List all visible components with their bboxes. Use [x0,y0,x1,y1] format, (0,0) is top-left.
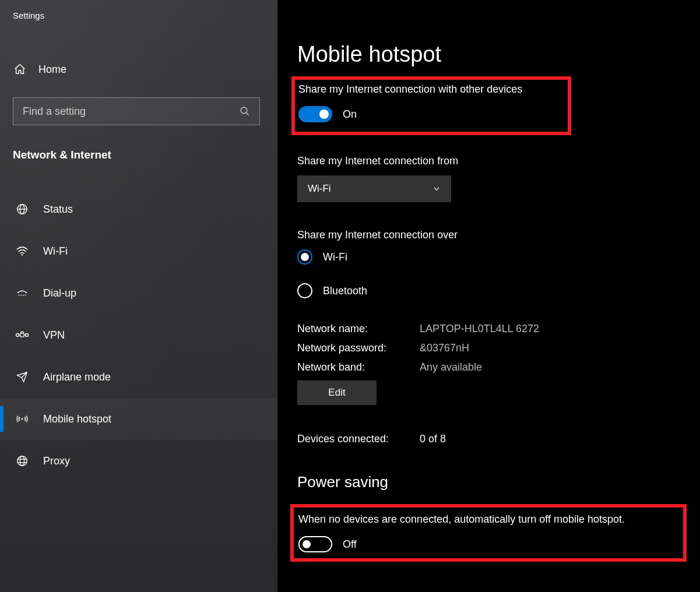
sidebar-item-dialup[interactable]: Dial-up [0,272,277,314]
radio-input[interactable] [297,283,312,298]
network-name-value: LAPTOP-HL0TL4LL 6272 [420,323,700,335]
airplane-icon [15,371,29,383]
radio-option-bluetooth[interactable]: Bluetooth [297,283,700,298]
power-saving-heading: Power saving [297,473,700,491]
svg-point-17 [20,456,24,466]
svg-point-6 [19,295,20,296]
svg-point-15 [22,418,23,420]
power-saving-label: When no devices are connected, automatic… [298,513,676,526]
sidebar-home[interactable]: Home [0,53,277,86]
share-from-dropdown[interactable]: Wi-Fi [297,175,451,202]
page-title: Mobile hotspot [297,42,700,67]
search-input[interactable]: Find a setting [13,97,260,125]
sidebar-home-label: Home [38,64,66,76]
sidebar-item-label: Status [43,203,73,216]
svg-line-1 [246,112,249,115]
annotation-highlight-share: Share my Internet connection with other … [291,76,571,135]
proxy-icon [15,454,29,467]
search-placeholder: Find a setting [23,105,86,118]
sidebar-item-vpn[interactable]: VPN [0,314,277,356]
sidebar-item-label: Dial-up [43,287,76,299]
devices-connected-value: 0 of 8 [420,433,700,445]
svg-point-0 [241,107,247,114]
network-password-value: &03767nH [420,342,700,354]
svg-rect-12 [20,333,24,337]
edit-button[interactable]: Edit [297,380,377,405]
svg-point-11 [26,334,29,337]
sidebar-item-label: Mobile hotspot [43,413,111,425]
power-saving-toggle-state: Off [343,538,357,551]
main-content: Mobile hotspot Share my Internet connect… [277,0,700,592]
share-toggle[interactable] [298,106,332,122]
share-toggle-state: On [343,108,357,121]
network-band-label: Network band: [297,361,420,373]
svg-point-16 [17,456,27,466]
wifi-icon [15,245,29,257]
radio-input[interactable] [297,249,312,265]
power-saving-toggle[interactable] [298,536,332,552]
globe-icon [15,203,29,216]
svg-point-9 [25,295,26,296]
network-name-label: Network name: [297,323,420,335]
annotation-highlight-power-saving: When no devices are connected, automatic… [290,504,687,562]
sidebar-item-label: Proxy [43,455,70,467]
toggle-knob [302,540,311,548]
hotspot-icon [15,413,29,425]
network-info-grid: Network name: LAPTOP-HL0TL4LL 6272 Netwo… [297,323,700,373]
vpn-icon [15,330,29,340]
sidebar-item-label: Airplane mode [43,371,111,383]
sidebar: Settings Home Find a setting Network & I… [0,0,277,592]
svg-point-7 [20,295,22,296]
nav-list: Status Wi-Fi [0,188,277,482]
svg-point-8 [23,295,24,296]
share-over-radio-group: Wi-Fi Bluetooth [297,249,700,298]
radio-option-wifi[interactable]: Wi-Fi [297,249,700,265]
devices-connected-label: Devices connected: [297,433,420,445]
sidebar-item-status[interactable]: Status [0,188,277,230]
search-icon [240,106,250,117]
radio-label: Bluetooth [323,285,367,297]
devices-connected-row: Devices connected: 0 of 8 [297,433,700,445]
share-from-selected: Wi-Fi [308,183,331,195]
home-icon [13,63,27,76]
svg-point-5 [22,254,23,255]
share-over-label: Share my Internet connection over [297,229,700,241]
sidebar-item-proxy[interactable]: Proxy [0,440,277,482]
section-label: Network & Internet [0,131,277,172]
share-from-label: Share my Internet connection from [297,155,700,167]
network-password-label: Network password: [297,342,420,354]
sidebar-item-mobile-hotspot[interactable]: Mobile hotspot [0,398,277,440]
network-band-value: Any available [420,361,700,373]
chevron-down-icon [432,185,441,193]
dialup-icon [15,287,29,299]
toggle-knob [319,110,329,119]
share-toggle-label: Share my Internet connection with other … [298,83,562,96]
sidebar-item-airplane[interactable]: Airplane mode [0,356,277,398]
sidebar-item-label: VPN [43,329,65,341]
radio-label: Wi-Fi [323,251,347,263]
sidebar-item-wifi[interactable]: Wi-Fi [0,230,277,272]
app-title: Settings [0,0,277,29]
svg-point-10 [16,334,19,337]
sidebar-item-label: Wi-Fi [43,245,68,258]
